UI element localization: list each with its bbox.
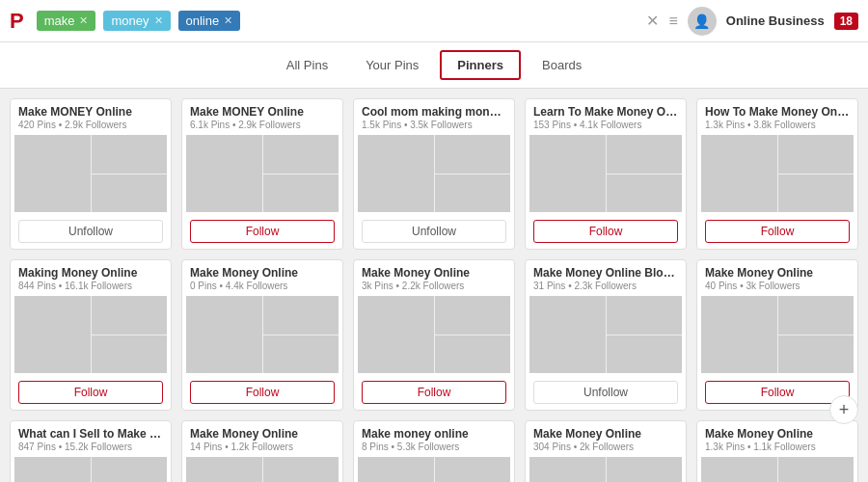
card-title-1: Make MONEY Online — [190, 105, 335, 119]
card-img-main-6 — [186, 296, 262, 373]
card-img-tr-10 — [92, 457, 168, 482]
card-action-5: Follow — [11, 375, 171, 410]
card-action-0: Unfollow — [11, 214, 171, 249]
notification-badge[interactable]: 18 — [834, 13, 858, 30]
card-action-btn-9[interactable]: Follow — [705, 381, 850, 404]
tag-make[interactable]: make ✕ — [37, 11, 96, 31]
tab-pinners[interactable]: Pinners — [440, 50, 521, 80]
tab-boards[interactable]: Boards — [526, 51, 598, 79]
card-action-btn-4[interactable]: Follow — [705, 220, 850, 243]
card-img-tr-13 — [607, 457, 683, 482]
card-meta-11: 14 Pins • 1.2k Followers — [190, 442, 335, 452]
card-header-3: Learn To Make Money Online 153 Pins • 4.… — [526, 99, 686, 133]
card-img-main-4 — [701, 135, 777, 212]
card-img-tr-11 — [263, 457, 339, 482]
card-img-br-8 — [607, 335, 683, 374]
card-8: Make Money Online Blogging 31 Pins • 2.3… — [525, 259, 687, 411]
card-images-0 — [14, 135, 167, 212]
card-title-7: Make Money Online — [362, 266, 506, 280]
tag-money[interactable]: money ✕ — [103, 11, 170, 31]
card-img-main-5 — [14, 296, 91, 373]
card-meta-1: 6.1k Pins • 2.9k Followers — [190, 120, 335, 130]
card-action-btn-6[interactable]: Follow — [190, 381, 335, 404]
card-img-tr-7 — [435, 296, 511, 335]
card-img-br-4 — [778, 174, 854, 213]
plus-button[interactable]: + — [829, 395, 858, 424]
card-img-br-5 — [92, 335, 168, 374]
card-meta-7: 3k Pins • 2.2k Followers — [362, 281, 506, 291]
card-header-11: Make Money Online 14 Pins • 1.2k Followe… — [182, 421, 342, 455]
card-action-btn-1[interactable]: Follow — [190, 220, 335, 243]
card-img-br-7 — [435, 335, 511, 374]
card-title-12: Make money online — [362, 427, 506, 441]
card-meta-9: 40 Pins • 3k Followers — [705, 281, 850, 291]
card-meta-5: 844 Pins • 16.1k Followers — [18, 281, 163, 291]
card-10: What can I Sell to Make Mo... 847 Pins •… — [10, 420, 172, 482]
card-header-7: Make Money Online 3k Pins • 2.2k Followe… — [354, 260, 514, 294]
card-img-br-1 — [263, 174, 339, 213]
tab-your-pins[interactable]: Your Pins — [349, 51, 435, 79]
card-img-tr-12 — [435, 457, 511, 482]
card-header-14: Make Money Online 1.3k Pins • 1.1k Follo… — [697, 421, 857, 455]
card-action-2: Unfollow — [354, 214, 514, 249]
card-images-13 — [529, 457, 682, 482]
card-13: Make Money Online 304 Pins • 2k Follower… — [525, 420, 687, 482]
card-title-4: How To Make Money Online... — [705, 105, 850, 119]
card-img-br-9 — [778, 335, 854, 374]
card-img-main-1 — [186, 135, 262, 212]
card-images-8 — [529, 296, 682, 373]
card-title-5: Making Money Online — [18, 266, 163, 280]
card-img-br-6 — [263, 335, 339, 374]
card-img-main-7 — [358, 296, 434, 373]
tag-online[interactable]: online ✕ — [178, 11, 241, 31]
card-meta-6: 0 Pins • 4.4k Followers — [190, 281, 335, 291]
card-action-btn-8[interactable]: Unfollow — [533, 381, 678, 404]
card-images-12 — [358, 457, 510, 482]
card-action-btn-3[interactable]: Follow — [533, 220, 678, 243]
card-title-2: Cool mom making money on... — [362, 105, 506, 119]
menu-btn[interactable]: ≡ — [668, 13, 677, 30]
tag-money-close[interactable]: ✕ — [154, 14, 163, 27]
header: P make ✕ money ✕ online ✕ ✕ ≡ 👤 Online B… — [0, 0, 868, 42]
card-meta-3: 153 Pins • 4.1k Followers — [533, 120, 678, 130]
card-action-btn-7[interactable]: Follow — [362, 381, 506, 404]
card-img-tr-0 — [92, 135, 168, 174]
card-images-7 — [358, 296, 510, 373]
card-img-main-9 — [701, 296, 777, 373]
header-right: ✕ ≡ 👤 Online Business 18 — [646, 7, 858, 36]
card-title-11: Make Money Online — [190, 427, 335, 441]
card-title-8: Make Money Online Blogging — [533, 266, 678, 280]
pinterest-logo[interactable]: P — [10, 9, 24, 34]
card-header-2: Cool mom making money on... 1.5k Pins • … — [354, 99, 514, 133]
card-title-3: Learn To Make Money Online — [533, 105, 678, 119]
card-img-main-10 — [14, 457, 91, 482]
card-action-7: Follow — [354, 375, 514, 410]
card-action-3: Follow — [526, 214, 686, 249]
card-action-btn-5[interactable]: Follow — [18, 381, 163, 404]
card-images-1 — [186, 135, 339, 212]
user-name: Online Business — [726, 13, 825, 28]
card-img-tr-9 — [778, 296, 854, 335]
card-2: Cool mom making money on... 1.5k Pins • … — [353, 98, 515, 250]
card-header-5: Making Money Online 844 Pins • 16.1k Fol… — [11, 260, 171, 294]
card-meta-14: 1.3k Pins • 1.1k Followers — [705, 442, 850, 452]
card-images-11 — [186, 457, 339, 482]
card-4: How To Make Money Online... 1.3k Pins • … — [696, 98, 858, 250]
card-images-14 — [701, 457, 854, 482]
tag-make-close[interactable]: ✕ — [79, 14, 88, 27]
card-title-14: Make Money Online — [705, 427, 850, 441]
card-img-tr-2 — [435, 135, 511, 174]
card-img-main-8 — [529, 296, 606, 373]
card-action-4: Follow — [697, 214, 857, 249]
card-action-btn-2[interactable]: Unfollow — [362, 220, 506, 243]
tag-online-close[interactable]: ✕ — [224, 14, 232, 27]
card-grid: Make MONEY Online 420 Pins • 2.9k Follow… — [10, 98, 858, 482]
card-img-br-2 — [435, 174, 511, 213]
card-meta-4: 1.3k Pins • 3.8k Followers — [705, 120, 850, 130]
card-img-main-13 — [529, 457, 606, 482]
search-close-btn[interactable]: ✕ — [646, 12, 659, 30]
card-action-8: Unfollow — [526, 375, 686, 410]
tab-all-pins[interactable]: All Pins — [270, 51, 344, 79]
card-images-2 — [358, 135, 510, 212]
card-action-btn-0[interactable]: Unfollow — [18, 220, 163, 243]
